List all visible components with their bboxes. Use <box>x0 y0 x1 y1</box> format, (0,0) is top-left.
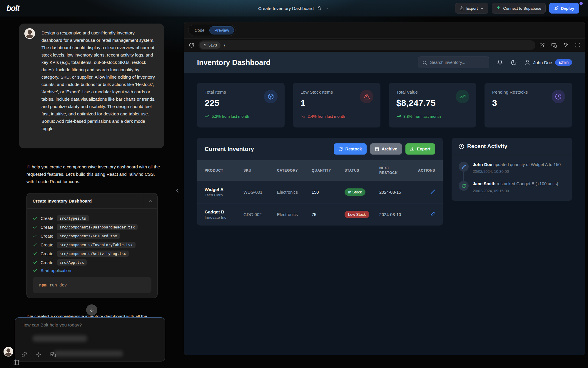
url-address-box[interactable]: 5173 / <box>198 40 535 50</box>
activity-user: Jane Smith <box>473 181 495 186</box>
step-label: Create <box>41 243 54 247</box>
tab-code[interactable]: Code <box>190 26 209 34</box>
bolt-logo: bolt <box>6 4 19 13</box>
check-icon <box>33 234 37 238</box>
terminal-command-block: npmrun dev <box>33 277 151 293</box>
activity-user: John Doe <box>473 162 492 167</box>
project-title-group[interactable]: Create Inventory Dashboard <box>258 0 330 16</box>
step-label: Create <box>41 225 54 230</box>
restock-label: Restock <box>345 147 362 151</box>
rocket-icon <box>554 6 559 11</box>
dark-mode-toggle-moon-icon[interactable] <box>511 59 517 66</box>
product-sku: GDG-002 <box>243 212 277 217</box>
next-restock-date: 2024-03-15 <box>379 190 418 195</box>
inventory-table-header: PRODUCT SKU CATEGORY QUANTITY STATUS NEX… <box>197 160 443 181</box>
file-chip[interactable]: src/components/InventoryTable.tsx <box>57 242 136 248</box>
collapse-chat-chevron[interactable] <box>174 188 181 194</box>
connect-supabase-label: Connect to Supabase <box>503 6 541 11</box>
account-avatar[interactable] <box>4 347 13 357</box>
dashboard-header: Inventory Dashboard <box>184 52 585 73</box>
chat-input-field[interactable] <box>21 322 158 340</box>
recent-activity-card: Recent Activity John Doe updated quantit… <box>452 138 572 201</box>
chat-mode-icon[interactable] <box>50 352 56 357</box>
search-icon <box>422 60 427 65</box>
scroll-to-bottom-button[interactable] <box>86 304 97 316</box>
deploy-button[interactable]: Deploy <box>549 3 579 14</box>
fullscreen-icon[interactable] <box>575 42 580 48</box>
step-label: Create <box>41 260 54 265</box>
start-application-link[interactable]: Start application <box>41 268 71 273</box>
dashboard-title: Inventory Dashboard <box>197 58 270 67</box>
step-create-file: Create src/types.ts <box>33 215 151 221</box>
bell-icon[interactable] <box>497 59 503 66</box>
attach-link-icon[interactable] <box>21 352 27 357</box>
column-product: PRODUCT <box>205 168 243 173</box>
connect-supabase-button[interactable]: Connect to Supabase <box>492 3 546 14</box>
step-label: Create <box>41 234 54 238</box>
trending-down-icon <box>300 114 305 119</box>
plug-icon <box>203 43 208 48</box>
preview-url-bar: 5173 / <box>184 38 585 52</box>
deploy-label: Deploy <box>561 6 574 11</box>
inventory-search[interactable] <box>418 57 489 68</box>
kpi-card-pending-restocks: Pending Restocks 3 <box>485 83 572 127</box>
file-chip[interactable]: src/components/KPICard.tsx <box>57 233 120 239</box>
export-label: Export <box>466 6 478 11</box>
activity-timestamp: 20/02/2024, 10:30:00 <box>473 169 561 174</box>
open-external-icon[interactable] <box>539 42 545 48</box>
sparkles-icon[interactable] <box>36 352 41 357</box>
clock-icon <box>552 90 565 103</box>
inventory-title: Current Inventory <box>205 146 254 152</box>
export-csv-button[interactable]: Export <box>405 143 435 155</box>
check-icon <box>33 260 37 265</box>
archive-icon <box>375 147 379 151</box>
check-icon <box>33 216 37 221</box>
inventory-row-gadget-b[interactable]: Gadget B Innovate Inc GDG-002 Electronic… <box>197 203 443 226</box>
inspector-cursor-icon[interactable] <box>563 42 569 48</box>
check-icon <box>33 268 37 273</box>
search-input[interactable] <box>430 60 485 65</box>
inventory-row-widget-a[interactable]: Widget A Tech Corp WDG-001 Electronics 1… <box>197 181 443 203</box>
pencil-icon <box>459 162 469 172</box>
chevron-down-icon[interactable] <box>325 6 330 11</box>
alert-triangle-icon <box>360 90 373 103</box>
reload-icon[interactable] <box>189 42 194 48</box>
kpi-trend-text: 5.2% from last month <box>212 114 249 119</box>
product-quantity: 150 <box>312 190 345 195</box>
activity-action: updated quantity of Widget A to 150 <box>493 162 561 167</box>
notification-dot <box>579 2 583 5</box>
file-chip[interactable]: src/App.tsx <box>57 259 87 266</box>
restock-button[interactable]: Restock <box>334 143 366 155</box>
lock-icon <box>317 6 322 11</box>
export-button[interactable]: Export <box>455 3 488 14</box>
collapse-steps-button[interactable] <box>144 193 157 208</box>
column-next-restock: NEXT RESTOCK <box>379 166 398 175</box>
port-number: 5173 <box>208 43 217 47</box>
chat-input-box[interactable] <box>15 317 165 362</box>
product-category: Electronics <box>277 212 312 217</box>
step-create-file: Create src/components/DashboardHeader.ts… <box>33 224 151 230</box>
file-chip[interactable]: src/components/DashboardHeader.tsx <box>57 224 138 230</box>
archive-label: Archive <box>382 147 397 151</box>
file-chip[interactable]: src/types.ts <box>57 215 89 221</box>
edit-pencil-icon[interactable] <box>430 189 435 194</box>
user-menu[interactable]: John Doe admin <box>524 59 572 66</box>
edit-pencil-icon[interactable] <box>430 212 435 216</box>
kpi-card-low-stock: Low Stock Items 1 2.4% from last month <box>293 83 380 127</box>
url-path: / <box>224 43 225 47</box>
sidebar-toggle-icon[interactable] <box>13 359 19 366</box>
file-chip[interactable]: src/components/ActivityLog.tsx <box>57 251 129 257</box>
export-csv-label: Export <box>417 147 430 151</box>
chevron-down-icon <box>480 6 484 10</box>
archive-button[interactable]: Archive <box>370 143 402 155</box>
devices-icon[interactable] <box>551 42 557 48</box>
clock-icon <box>459 144 464 149</box>
port-badge[interactable]: 5173 <box>200 42 220 49</box>
column-quantity: QUANTITY <box>312 168 345 173</box>
step-label: Create <box>41 251 54 256</box>
step-label: Create <box>41 216 54 221</box>
column-actions: ACTIONS <box>418 168 435 173</box>
tab-preview[interactable]: Preview <box>209 26 234 34</box>
chat-panel: Design a responsive and user-friendly in… <box>7 16 176 368</box>
dashboard-main: Total Items 225 5.2% from last month Low… <box>184 73 585 355</box>
